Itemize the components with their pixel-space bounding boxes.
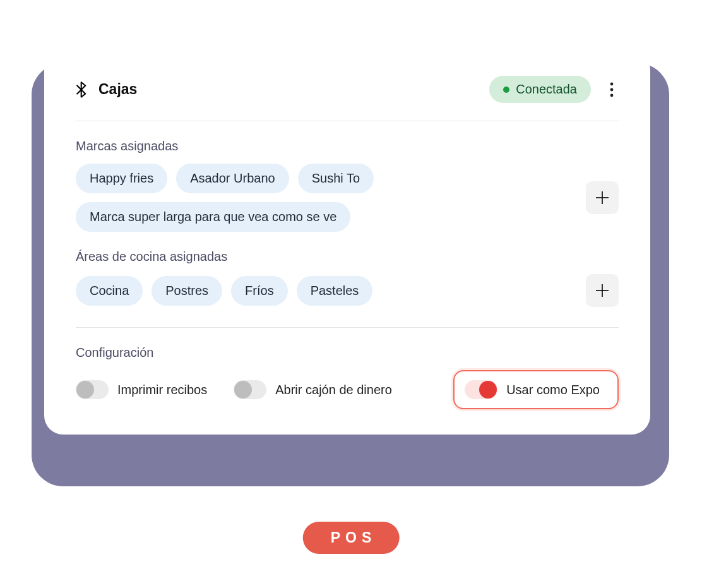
area-chip[interactable]: Postres — [152, 276, 222, 306]
print-receipts-toggle[interactable] — [76, 380, 109, 399]
more-options-button[interactable] — [605, 80, 619, 100]
use-as-expo-toggle[interactable] — [465, 380, 497, 399]
toggle-knob — [76, 381, 94, 399]
config-title: Configuración — [76, 345, 619, 360]
card-header: Cajas Conectada — [76, 76, 619, 121]
plus-icon — [595, 191, 609, 205]
use-as-expo-highlight: Usar como Expo — [453, 370, 619, 409]
open-drawer-toggle-item: Abrir cajón de dinero — [234, 380, 392, 399]
config-section: Configuración Imprimir recibos Abrir caj… — [76, 345, 619, 409]
svg-point-2 — [610, 93, 614, 97]
areas-title: Áreas de cocina asignadas — [76, 249, 619, 264]
print-receipts-label: Imprimir recibos — [117, 383, 207, 397]
print-receipts-toggle-item: Imprimir recibos — [76, 380, 207, 399]
svg-point-1 — [610, 88, 614, 91]
config-row: Imprimir recibos Abrir cajón de dinero U… — [76, 370, 619, 409]
add-brand-button[interactable] — [586, 181, 619, 214]
brands-chips: Happy fries Asador Urbano Sushi To Marca… — [76, 164, 576, 232]
brand-chip[interactable]: Marca super larga para que vea como se v… — [76, 202, 350, 232]
toggle-knob — [479, 381, 497, 399]
status-dot-icon — [503, 87, 509, 93]
printer-config-card: Cajas Conectada Marcas asignadas Happy f… — [44, 51, 650, 435]
status-badge: Conectada — [489, 76, 591, 103]
header-right: Conectada — [489, 76, 619, 103]
areas-row: Cocina Postres Fríos Pasteles — [76, 274, 619, 307]
use-as-expo-label: Usar como Expo — [506, 383, 600, 397]
bluetooth-icon — [76, 81, 88, 98]
open-drawer-label: Abrir cajón de dinero — [275, 383, 392, 397]
svg-point-0 — [610, 82, 614, 85]
brands-section: Marcas asignadas Happy fries Asador Urba… — [76, 139, 619, 232]
area-chip[interactable]: Pasteles — [297, 276, 373, 306]
open-drawer-toggle[interactable] — [234, 380, 266, 399]
divider — [76, 327, 619, 328]
header-left: Cajas — [76, 81, 137, 98]
status-text: Conectada — [516, 82, 577, 97]
areas-section: Áreas de cocina asignadas Cocina Postres… — [76, 249, 619, 307]
areas-chips: Cocina Postres Fríos Pasteles — [76, 276, 576, 306]
area-chip[interactable]: Fríos — [231, 276, 288, 306]
brand-chip[interactable]: Sushi To — [298, 164, 374, 193]
pos-badge: POS — [303, 522, 400, 554]
brands-title: Marcas asignadas — [76, 139, 619, 153]
card-title: Cajas — [98, 81, 137, 98]
add-area-button[interactable] — [586, 274, 619, 307]
area-chip[interactable]: Cocina — [76, 276, 143, 306]
brands-row: Happy fries Asador Urbano Sushi To Marca… — [76, 164, 619, 232]
plus-icon — [595, 284, 609, 297]
brand-chip[interactable]: Asador Urbano — [176, 164, 289, 193]
toggle-knob — [234, 381, 252, 399]
more-vertical-icon — [610, 82, 614, 97]
brand-chip[interactable]: Happy fries — [76, 164, 167, 193]
